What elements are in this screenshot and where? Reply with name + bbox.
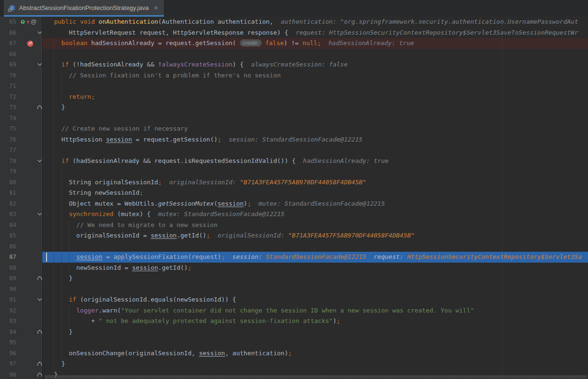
line-number: 80 xyxy=(0,177,16,188)
code-token: = request.getSession() xyxy=(132,136,218,143)
code-line[interactable]: 70 // Session fixation isn't a problem i… xyxy=(0,70,588,81)
line-number: 78 xyxy=(0,156,16,167)
code-line[interactable]: 66 HttpServletRequest request, HttpServl… xyxy=(0,28,588,38)
code-token: ; xyxy=(91,93,95,100)
gutter: 73 xyxy=(0,102,42,113)
code-token: String originalSessionId xyxy=(47,179,158,186)
fold-end-icon[interactable] xyxy=(37,102,42,113)
code-line[interactable]: 92 logger.warn("Your servlet container d… xyxy=(0,305,588,316)
code-token: session xyxy=(76,253,103,260)
code-line[interactable]: 67 boolean hadSessionAlready = request.g… xyxy=(0,38,588,49)
code-line[interactable]: 74 xyxy=(0,113,588,124)
code-token: (mutex) { xyxy=(114,210,151,218)
code-line[interactable]: 68 xyxy=(0,49,588,60)
gutter: 71 xyxy=(0,81,42,92)
tab-abstract-session-fixation[interactable]: C AbstractSessionFixationProtectionStrat… xyxy=(4,0,164,17)
code-line[interactable]: 85 originalSessionId = session.getId(); … xyxy=(0,230,588,241)
code-token: session xyxy=(106,136,132,143)
code-token: String newSessionId xyxy=(47,189,140,196)
gutter: 81 xyxy=(0,188,42,199)
code-line[interactable]: 78 if (hadSessionAlready && request.isRe… xyxy=(0,156,588,167)
code-line[interactable]: 71 xyxy=(0,81,588,92)
fold-open-icon[interactable] xyxy=(37,59,42,70)
line-number: 86 xyxy=(0,241,16,252)
code-line[interactable]: 87 session = applySessionFixation(reques… xyxy=(0,252,588,263)
code-token: " not be adequately protected against se… xyxy=(99,317,333,324)
code-token: // Session fixation isn't a problem if t… xyxy=(47,72,281,79)
code-token: HttpSession xyxy=(47,136,106,143)
gutter: 67 xyxy=(0,38,42,49)
code-line[interactable]: 90 xyxy=(0,284,588,295)
code-token: } xyxy=(47,104,65,111)
code-line[interactable]: 83 synchronized (mutex) { mutex: Standar… xyxy=(0,209,588,220)
code-line[interactable]: 94 } xyxy=(0,327,588,338)
code-line[interactable]: 88 newSessionId = session.getId(); xyxy=(0,263,588,274)
code-line[interactable]: 76 HttpSession session = request.getSess… xyxy=(0,134,588,145)
code-line[interactable]: 79 xyxy=(0,166,588,177)
code-line[interactable]: 75 // Create new session if necessary xyxy=(0,123,588,134)
code-token: session xyxy=(199,350,225,357)
override-arrow-icon[interactable]: ↑ xyxy=(26,17,29,28)
code-token: HttpServletRequest request, HttpServletR… xyxy=(47,29,288,36)
fold-end-icon[interactable] xyxy=(37,359,42,370)
overriding-method-icon[interactable] xyxy=(20,17,25,28)
code-line[interactable]: 81 String newSessionId; xyxy=(0,188,588,199)
debug-inline-hint: HttpSessionSecurityContextRepository$Ser… xyxy=(407,253,582,260)
line-number: 82 xyxy=(0,199,16,209)
code-line[interactable]: 96 onSessionChange(originalSessionId, se… xyxy=(0,348,588,359)
line-number: 69 xyxy=(0,59,16,70)
line-number: 68 xyxy=(0,49,16,60)
line-number: 97 xyxy=(0,359,16,370)
code-line[interactable]: 89 } xyxy=(0,273,588,284)
gutter: 92 xyxy=(0,305,42,316)
code-line[interactable]: 77 xyxy=(0,145,588,156)
code-line[interactable]: 91 if (originalSessionId.equals(newSessi… xyxy=(0,294,588,305)
debug-inline-hint: mutex: StandardSessionFacade@12215 xyxy=(251,200,385,207)
gutter: 66 xyxy=(0,28,42,38)
gutter: 79 xyxy=(0,166,42,177)
code-line[interactable]: 65↑@ public void onAuthentication(Authen… xyxy=(0,17,588,28)
fold-open-icon[interactable] xyxy=(37,294,42,305)
fold-end-icon[interactable] xyxy=(37,370,42,379)
close-icon[interactable]: ✕ xyxy=(153,5,158,11)
code-line[interactable]: 97 } xyxy=(0,359,588,370)
editor-lines: 65↑@ public void onAuthentication(Authen… xyxy=(0,17,588,379)
gutter: 86 xyxy=(0,241,42,252)
code-line[interactable]: 80 String originalSessionId; originalSes… xyxy=(0,177,588,188)
code-line[interactable]: 86 xyxy=(0,241,588,252)
gutter: 88 xyxy=(0,263,42,274)
code-token: synchronized xyxy=(47,210,114,218)
horizontal-scrollbar[interactable] xyxy=(45,375,587,379)
debug-inline-hint: request: xyxy=(366,253,407,260)
code-line[interactable]: 72 return; xyxy=(0,92,588,103)
code-text: logger.warn("Your servlet container did … xyxy=(47,305,474,316)
debug-inline-hint: originalSessionId: xyxy=(210,232,288,239)
line-number: 66 xyxy=(0,28,16,38)
line-number: 93 xyxy=(0,316,16,327)
debug-inline-hint: request: HttpSessionSecurityContextRepos… xyxy=(288,29,578,36)
fold-end-icon[interactable] xyxy=(37,273,42,284)
fold-open-icon[interactable] xyxy=(37,156,42,167)
gutter: 75 xyxy=(0,123,42,134)
code-line[interactable]: 93 + " not be adequately protected again… xyxy=(0,316,588,327)
line-number: 81 xyxy=(0,188,16,199)
code-token: .warn( xyxy=(99,307,121,314)
code-line[interactable]: 82 Object mutex = WebUtils.getSessionMut… xyxy=(0,199,588,209)
line-number: 72 xyxy=(0,92,16,103)
code-text: HttpSession session = request.getSession… xyxy=(47,134,362,145)
code-text: // We need to migrate to a new session xyxy=(47,220,218,231)
fold-open-icon[interactable] xyxy=(37,209,42,220)
breakpoint-icon[interactable] xyxy=(27,38,34,49)
code-line[interactable]: 73 } xyxy=(0,102,588,113)
fold-open-icon[interactable] xyxy=(37,28,42,38)
code-line[interactable]: 69 if (!hadSessionAlready && !alwaysCrea… xyxy=(0,59,588,70)
code-token: session xyxy=(132,264,158,271)
code-text: onSessionChange(originalSessionId, sessi… xyxy=(47,348,292,359)
annotation-icon[interactable]: @ xyxy=(30,17,37,28)
fold-end-icon[interactable] xyxy=(37,327,42,338)
code-text: + " not be adequately protected against … xyxy=(47,316,340,327)
code-line[interactable]: 95 xyxy=(0,337,588,348)
editor: 65↑@ public void onAuthentication(Authen… xyxy=(0,17,588,379)
gutter: 85 xyxy=(0,230,42,241)
code-line[interactable]: 84 // We need to migrate to a new sessio… xyxy=(0,220,588,231)
